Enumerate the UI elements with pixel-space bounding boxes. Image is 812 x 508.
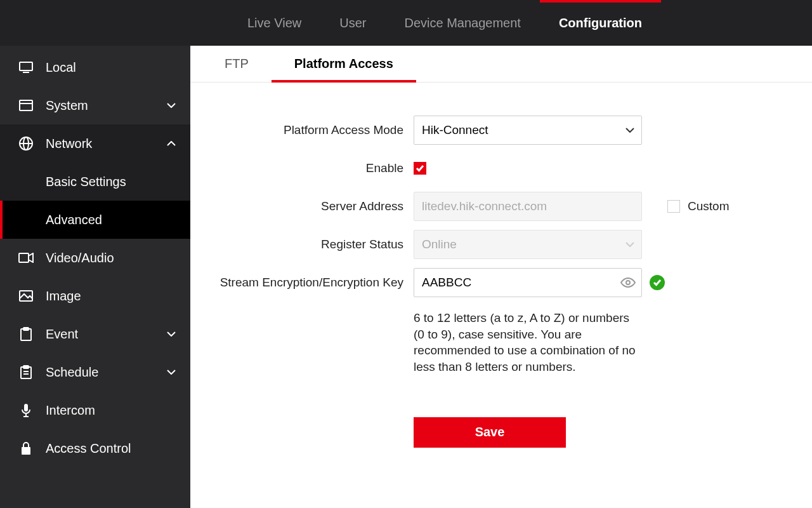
sidebar-item-label: Schedule	[46, 365, 165, 380]
tab-configuration[interactable]: Configuration	[540, 0, 661, 46]
save-button[interactable]: Save	[414, 417, 566, 448]
monitor-icon	[18, 59, 34, 76]
sidebar-item-intercom[interactable]: Intercom	[0, 391, 190, 429]
tab-user[interactable]: User	[320, 0, 385, 46]
input-encryption-key[interactable]	[414, 268, 642, 297]
subtabs: FTP Platform Access	[190, 46, 812, 83]
input-server-address	[414, 192, 642, 221]
subtab-label: Platform Access	[294, 57, 393, 71]
chevron-up-icon	[165, 141, 178, 146]
sidebar-item-system[interactable]: System	[0, 86, 190, 124]
checkbox-enable[interactable]	[414, 162, 426, 175]
label-custom: Custom	[688, 199, 729, 213]
sidebar: Local System Network Basic Settings Adva…	[0, 46, 190, 508]
checkbox-custom-wrap[interactable]: Custom	[667, 199, 729, 213]
chevron-down-icon	[165, 370, 178, 375]
label-platform-access-mode: Platform Access Mode	[216, 116, 414, 145]
svg-rect-2	[20, 100, 32, 110]
eye-icon[interactable]	[620, 277, 636, 288]
sidebar-item-video-audio[interactable]: Video/Audio	[0, 239, 190, 277]
sidebar-item-network[interactable]: Network	[0, 124, 190, 163]
sidebar-item-access-control[interactable]: Access Control	[0, 429, 190, 467]
sidebar-item-label: Local	[46, 60, 178, 75]
sidebar-item-event[interactable]: Event	[0, 315, 190, 353]
svg-rect-16	[24, 404, 28, 411]
clipboard-list-icon	[18, 364, 34, 380]
sidebar-sub-label: Basic Settings	[46, 175, 126, 189]
sidebar-item-local[interactable]: Local	[0, 48, 190, 86]
form: Platform Access Mode Hik-Connect Enable	[190, 83, 812, 448]
chevron-down-icon	[165, 103, 178, 108]
sidebar-item-label: Video/Audio	[46, 251, 178, 265]
save-button-label: Save	[475, 425, 505, 439]
select-register-status: Online	[414, 230, 642, 259]
tab-label: Device Management	[404, 16, 520, 30]
sidebar-item-image[interactable]: Image	[0, 277, 190, 315]
sidebar-item-label: System	[46, 98, 165, 113]
tab-label: User	[339, 16, 366, 30]
select-value: Online	[422, 237, 457, 251]
tab-device-management[interactable]: Device Management	[385, 0, 539, 46]
tab-live-view[interactable]: Live View	[228, 0, 320, 46]
sidebar-sub-label: Advanced	[46, 213, 102, 227]
mic-icon	[18, 402, 34, 418]
subtab-platform-access[interactable]: Platform Access	[283, 46, 405, 82]
globe-icon	[18, 135, 34, 152]
lock-icon	[18, 440, 34, 457]
svg-point-20	[626, 281, 630, 284]
select-value: Hik-Connect	[422, 123, 488, 137]
svg-rect-7	[19, 253, 29, 262]
tab-label: Configuration	[559, 16, 642, 30]
chevron-down-icon	[165, 331, 178, 337]
sidebar-item-schedule[interactable]: Schedule	[0, 353, 190, 391]
sidebar-item-label: Access Control	[46, 441, 178, 456]
tab-label: Live View	[247, 16, 301, 30]
top-nav: Live View User Device Management Configu…	[0, 0, 812, 46]
svg-marker-8	[29, 253, 33, 262]
label-server-address: Server Address	[216, 192, 414, 221]
hint-encryption-key: 6 to 12 letters (a to z, A to Z) or numb…	[414, 306, 642, 375]
video-icon	[18, 250, 34, 266]
select-platform-access-mode[interactable]: Hik-Connect	[414, 116, 642, 145]
main: FTP Platform Access Platform Access Mode…	[190, 46, 812, 508]
label-register-status: Register Status	[216, 230, 414, 259]
label-enable: Enable	[216, 154, 414, 183]
sidebar-item-label: Network	[46, 137, 165, 151]
sidebar-sub-basic-settings[interactable]: Basic Settings	[0, 163, 190, 201]
check-circle-icon	[650, 275, 665, 290]
sidebar-sub-advanced[interactable]: Advanced	[0, 201, 190, 239]
checkbox-custom[interactable]	[667, 200, 680, 213]
sidebar-item-label: Event	[46, 327, 165, 342]
window-icon	[18, 97, 34, 114]
sidebar-item-label: Image	[46, 289, 178, 304]
label-encryption-key: Stream Encryption/Encryption Key	[216, 268, 414, 297]
svg-rect-0	[20, 62, 32, 70]
clipboard-icon	[18, 326, 34, 342]
image-icon	[18, 288, 34, 304]
subtab-ftp[interactable]: FTP	[213, 46, 260, 82]
sidebar-item-label: Intercom	[46, 403, 178, 418]
svg-rect-19	[22, 447, 30, 455]
subtab-label: FTP	[225, 57, 249, 71]
